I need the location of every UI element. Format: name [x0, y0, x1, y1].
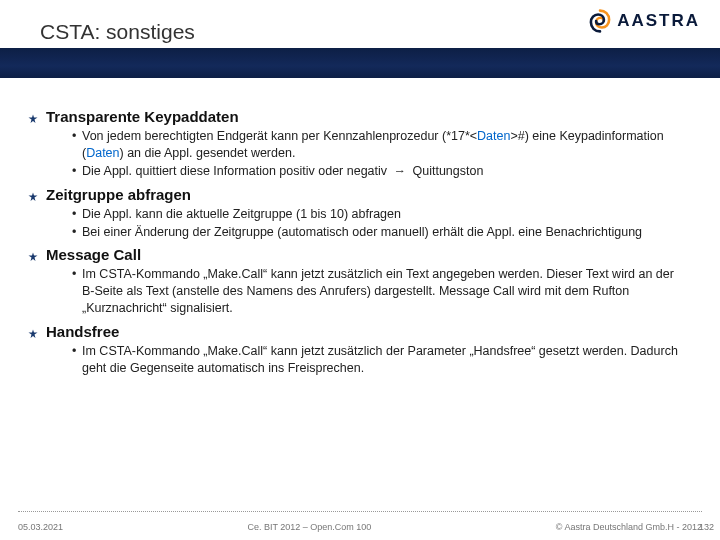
star-bullet-icon — [28, 252, 38, 262]
bullet-list: Im CSTA-Kommando „Make.Call“ kann jetzt … — [28, 266, 680, 317]
bullet-text: Quittungston — [409, 164, 483, 178]
section: Message CallIm CSTA-Kommando „Make.Call“… — [28, 246, 680, 317]
bullet-text: Von jedem berechtigten Endgerät kann per… — [82, 129, 477, 143]
bullet-text: Im CSTA-Kommando „Make.Call“ kann jetzt … — [82, 344, 678, 375]
logo: AASTRA — [587, 8, 700, 34]
svg-marker-1 — [29, 192, 38, 201]
bullet-item: Von jedem berechtigten Endgerät kann per… — [72, 128, 680, 162]
footer-date: 05.03.2021 — [18, 522, 63, 532]
section-header: Message Call — [28, 246, 680, 263]
svg-marker-0 — [29, 115, 38, 124]
section-title: Handsfree — [46, 323, 119, 340]
footer-page-number: 132 — [699, 522, 714, 532]
bullet-item: Die Appl. kann die aktuelle Zeitgruppe (… — [72, 206, 680, 223]
star-bullet-icon — [28, 192, 38, 202]
bullet-text: ) an die Appl. gesendet werden. — [120, 146, 296, 160]
star-bullet-icon — [28, 329, 38, 339]
section-header: Transparente Keypaddaten — [28, 108, 680, 125]
star-bullet-icon — [28, 114, 38, 124]
bullet-item: Im CSTA-Kommando „Make.Call“ kann jetzt … — [72, 343, 680, 377]
section: Transparente KeypaddatenVon jedem berech… — [28, 108, 680, 180]
bullet-text: Im CSTA-Kommando „Make.Call“ kann jetzt … — [82, 267, 674, 315]
bullet-text: Bei einer Änderung der Zeitgruppe (autom… — [82, 225, 642, 239]
arrow-icon: → — [391, 164, 410, 178]
bullet-list: Von jedem berechtigten Endgerät kann per… — [28, 128, 680, 180]
slide: CSTA: sonstiges AASTRA Transparente Keyp… — [0, 0, 720, 540]
logo-swirl-icon — [587, 8, 613, 34]
header-bar — [0, 48, 720, 78]
footer-divider — [18, 511, 702, 512]
section-title: Zeitgruppe abfragen — [46, 186, 191, 203]
section-title: Message Call — [46, 246, 141, 263]
bullet-item: Im CSTA-Kommando „Make.Call“ kann jetzt … — [72, 266, 680, 317]
bullet-list: Im CSTA-Kommando „Make.Call“ kann jetzt … — [28, 343, 680, 377]
bullet-text: Die Appl. quittiert diese Information po… — [82, 164, 391, 178]
slide-footer: 05.03.2021 Ce. BIT 2012 – Open.Com 100 ©… — [0, 522, 720, 532]
bullet-item: Die Appl. quittiert diese Information po… — [72, 163, 680, 180]
slide-content: Transparente KeypaddatenVon jedem berech… — [0, 78, 720, 540]
slide-header: CSTA: sonstiges AASTRA — [0, 0, 720, 78]
link-text: Daten — [86, 146, 119, 160]
slide-title: CSTA: sonstiges — [40, 20, 195, 44]
section: HandsfreeIm CSTA-Kommando „Make.Call“ ka… — [28, 323, 680, 377]
bullet-text: Die Appl. kann die aktuelle Zeitgruppe (… — [82, 207, 401, 221]
link-text: Daten — [477, 129, 510, 143]
section: Zeitgruppe abfragenDie Appl. kann die ak… — [28, 186, 680, 241]
svg-marker-3 — [29, 330, 38, 339]
footer-right: © Aastra Deutschland Gmb.H - 2012 — [556, 522, 702, 532]
bullet-list: Die Appl. kann die aktuelle Zeitgruppe (… — [28, 206, 680, 241]
section-title: Transparente Keypaddaten — [46, 108, 239, 125]
logo-text: AASTRA — [617, 11, 700, 31]
section-header: Zeitgruppe abfragen — [28, 186, 680, 203]
footer-center: Ce. BIT 2012 – Open.Com 100 — [63, 522, 556, 532]
bullet-item: Bei einer Änderung der Zeitgruppe (autom… — [72, 224, 680, 241]
section-header: Handsfree — [28, 323, 680, 340]
svg-marker-2 — [29, 253, 38, 262]
